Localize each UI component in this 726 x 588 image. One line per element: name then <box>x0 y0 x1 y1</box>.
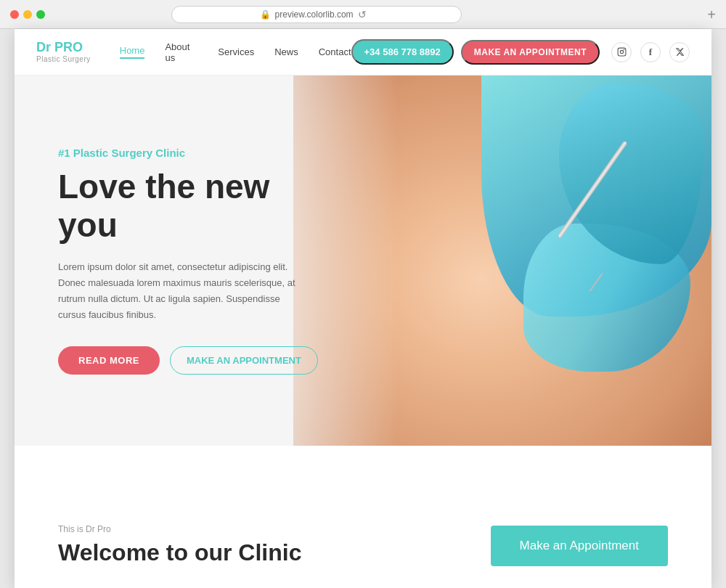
site-header: Dr PRO Plastic Surgery Home About us Ser… <box>15 29 711 75</box>
address-bar[interactable]: 🔒 preview.colorlib.com ↺ <box>171 6 462 23</box>
lock-icon: 🔒 <box>260 9 271 20</box>
bottom-subtitle: This is Dr Pro <box>58 524 491 534</box>
nav-contact[interactable]: Contact <box>319 46 351 57</box>
logo-title: Dr PRO <box>36 41 91 55</box>
hero-section: #1 Plastic Surgery Clinic Love the new y… <box>15 75 711 446</box>
logo-dr: Dr <box>36 40 51 54</box>
svg-rect-0 <box>618 48 626 56</box>
hero-content: #1 Plastic Surgery Clinic Love the new y… <box>15 147 363 375</box>
header-appointment-button[interactable]: MAKE AN APPOINTMENT <box>461 40 600 65</box>
bottom-title: Welcome to our Clinic <box>58 539 491 566</box>
social-links: f <box>611 42 690 62</box>
logo: Dr PRO Plastic Surgery <box>36 41 91 63</box>
logo-pro: PRO <box>51 40 83 54</box>
phone-button[interactable]: +34 586 778 8892 <box>351 39 454 65</box>
logo-subtitle: Plastic Surgery <box>36 55 91 63</box>
facebook-icon[interactable]: f <box>640 42 661 62</box>
make-appointment-button[interactable]: Make an Appointment <box>491 526 668 566</box>
instagram-icon[interactable] <box>611 42 632 62</box>
nav-home[interactable]: Home <box>120 45 145 59</box>
main-nav: Home About us Services News Contact <box>120 41 351 63</box>
bottom-right: Make an Appointment <box>491 526 668 573</box>
bottom-left: This is Dr Pro Welcome to our Clinic <box>58 524 491 573</box>
nav-about[interactable]: About us <box>165 41 197 63</box>
website-container: Dr PRO Plastic Surgery Home About us Ser… <box>15 29 711 588</box>
minimize-dot[interactable] <box>23 10 32 19</box>
svg-point-1 <box>620 50 623 53</box>
new-tab-button[interactable]: + <box>707 7 716 22</box>
nav-news[interactable]: News <box>274 46 298 57</box>
hero-title: Love the new you <box>58 168 319 245</box>
traffic-lights <box>10 10 45 19</box>
bottom-section: This is Dr Pro Welcome to our Clinic Mak… <box>15 446 711 588</box>
twitter-icon[interactable] <box>669 42 690 62</box>
hero-tagline: #1 Plastic Surgery Clinic <box>58 147 319 159</box>
nav-services[interactable]: Services <box>218 46 254 57</box>
hero-description: Lorem ipsum dolor sit amet, consectetur … <box>58 259 298 323</box>
hero-appointment-button[interactable]: MAKE AN APPOINTMENT <box>170 346 318 375</box>
hero-buttons: READ MORE MAKE AN APPOINTMENT <box>58 346 319 375</box>
maximize-dot[interactable] <box>36 10 45 19</box>
reload-icon[interactable]: ↺ <box>358 9 367 20</box>
url-text: preview.colorlib.com <box>275 9 354 20</box>
svg-point-2 <box>623 49 624 51</box>
close-dot[interactable] <box>10 10 19 19</box>
browser-chrome: 🔒 preview.colorlib.com ↺ + <box>0 0 726 29</box>
read-more-button[interactable]: READ MORE <box>58 346 160 375</box>
